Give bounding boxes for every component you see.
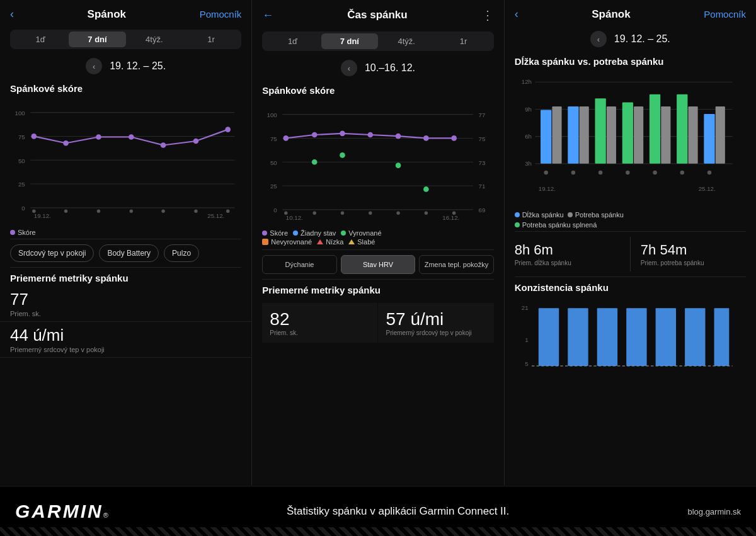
legend-square-orange-2 [262,239,268,245]
screen1-header: ‹ Spánok Pomocník [0,0,251,26]
tab-7d-1[interactable]: 7 dní [69,31,125,47]
svg-text:75: 75 [479,135,486,142]
legend-none-2: Žiadny stav [293,229,336,237]
tab-hrv-2[interactable]: Stav HRV [341,255,415,274]
svg-rect-72 [552,106,561,164]
screen-3: ‹ Spánok Pomocník ‹ 19. 12. – 25. Dĺžka … [505,0,756,486]
back-icon-1[interactable]: ‹ [10,8,14,21]
svg-point-91 [707,171,711,174]
consistency-chart-3: 21 1 5 [505,295,756,394]
svg-point-86 [571,171,575,174]
score-grid-2: 82 Priem. sk. 57 ú/mi Priemerný srdcový … [252,298,503,348]
screen3-header: ‹ Spánok Pomocník [505,0,756,26]
tab-7d-2[interactable]: 7 dní [321,33,378,49]
legend-dot-green-2 [341,231,346,236]
svg-point-12 [32,134,37,139]
legend-sleep-met-3: Potreba spánku splnená [515,221,597,229]
legend-label-unbalanced-2: Nevyrovnané [271,238,312,246]
svg-text:3h: 3h [525,160,532,167]
period-tabs-1: 1ď 7 dní 4týž. 1r [10,30,241,49]
score-card-sk-2: 82 Priem. sk. [262,303,377,343]
tab-breathing-2[interactable]: Dýchanie [262,255,336,274]
svg-point-51 [340,152,345,158]
screen3-title: Spánok [592,8,630,21]
metric-btn-battery-1[interactable]: Body Battery [99,244,159,262]
tab-1y-1[interactable]: 1r [183,31,239,47]
svg-text:16.12.: 16.12. [443,214,460,221]
legend-label-balanced-2: Vyrovnané [348,229,381,237]
screen1-content: Spánkové skóre 100 75 50 25 0 19.12 [0,79,251,486]
date-nav-3: ‹ 19. 12. – 25. [505,26,756,52]
svg-text:25.12.: 25.12. [207,212,224,219]
svg-point-43 [284,135,289,141]
prev-date-btn-2[interactable]: ‹ [341,60,357,76]
prev-date-btn-3[interactable]: ‹ [590,31,607,47]
legend-label-score-1: Skóre [18,229,36,236]
period-tabs-2: 1ď 7 dní 4týž. 1r [262,31,493,51]
svg-rect-81 [677,94,687,164]
date-nav-2: ‹ 10.–16. 12. [252,55,503,81]
svg-text:73: 73 [479,159,486,166]
svg-rect-98 [597,308,617,366]
svg-text:21: 21 [521,305,528,312]
legend-dot-blue-3 [515,212,520,217]
helper-btn-3[interactable]: Pomocník [704,9,746,20]
metric-btn-heart-1[interactable]: Srdcový tep v pokoji [10,244,94,262]
svg-text:69: 69 [479,207,486,214]
tab-1d-1[interactable]: 1ď [12,31,69,47]
legend-balanced-2: Vyrovnané [341,229,381,237]
svg-text:25.12.: 25.12. [698,185,715,192]
svg-rect-84 [715,106,724,164]
svg-text:6h: 6h [525,133,532,140]
tab-1d-2[interactable]: 1ď [264,33,321,49]
stat-avg-need-3: 7h 54m Priem. potreba spánku [631,237,746,271]
screen1-title: Spánok [88,8,126,21]
svg-point-18 [225,127,231,132]
sleep-score-title-1: Spánkové skóre [0,79,251,96]
legend-weak-2: Slabé [348,238,375,246]
svg-point-56 [341,212,344,215]
metric-btn-pulzo-1[interactable]: Pulzo [164,244,199,262]
svg-text:12h: 12h [521,78,531,85]
garmin-reg-symbol: ® [103,511,108,519]
legend-dot-gray-3 [568,212,573,217]
tab-4w-2[interactable]: 4týž. [378,33,435,49]
legend-label-need-3: Potreba spánku [575,211,624,219]
svg-point-57 [369,212,372,215]
chart-legend-2: Skóre Žiadny stav Vyrovnané [252,228,503,238]
legend-label-dur-3: Dĺžka spánku [522,211,564,219]
svg-text:0: 0 [21,205,25,212]
svg-point-13 [63,140,69,146]
tab-4w-1[interactable]: 4týž. [126,31,183,47]
svg-point-87 [598,171,602,174]
svg-point-22 [130,210,133,213]
date-range-2: 10.–16. 12. [365,62,415,74]
svg-text:0: 0 [274,207,278,214]
svg-point-53 [423,186,429,192]
stat-avg-dur-3: 8h 6m Priem. dĺžka spánku [515,237,631,271]
score-label-sk-2: Priem. sk. [270,329,370,336]
svg-point-23 [161,210,164,213]
avg-hr-label-1: Priemerný srdcový tep v pokoji [10,346,241,353]
legend-sleep-need-3: Potreba spánku [568,211,624,219]
svg-point-20 [64,210,67,213]
legend-tri-yellow-2 [348,239,355,244]
back-icon-2[interactable]: ← [262,9,273,22]
more-icon-2[interactable]: ⋮ [481,8,494,23]
tab-temp-2[interactable]: Zmena tepl. pokožky [419,255,493,274]
legend-label-met-3: Potreba spánku splnená [522,221,597,229]
svg-text:5: 5 [525,360,528,367]
helper-btn-1[interactable]: Pomocník [200,9,242,20]
chart-legend-2b: Nevyrovnané Nízka Slabé [252,238,503,249]
prev-date-btn-1[interactable]: ‹ [86,58,102,74]
svg-point-46 [368,132,374,138]
legend-unbalanced-2: Nevyrovnané [262,238,312,246]
screen2-title: Čas spánku [347,9,407,21]
tab-1y-2[interactable]: 1r [435,33,491,49]
svg-text:19.12.: 19.12. [34,212,51,219]
back-icon-3[interactable]: ‹ [515,8,518,21]
score-line-chart-1: 100 75 50 25 0 19.12. 25.12. [10,99,241,221]
screen2-header: ← Čas spánku ⋮ [252,0,503,28]
footer: GARMIN ® Štatistiky spánku v aplikácii G… [0,486,756,536]
sleep-bar-chart-3: 12h 9h 6h 3h 19.12. 25.12. [505,69,756,208]
